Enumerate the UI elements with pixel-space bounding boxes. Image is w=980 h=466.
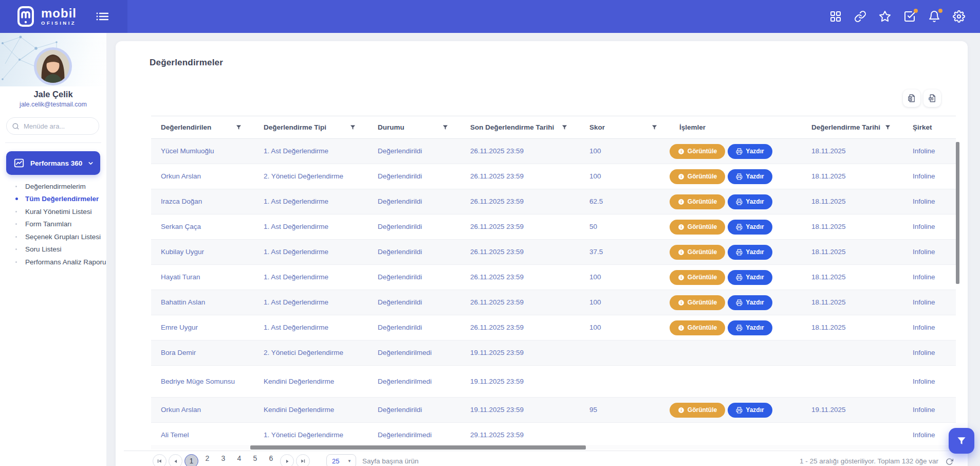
last-evaluation-date: 19.11.2025 23:59 — [460, 348, 580, 358]
page-title: Değerlendirmeler — [150, 58, 223, 68]
company: Infoline — [903, 171, 956, 182]
sidebar-group-performans-360[interactable]: Performans 360 — [6, 151, 100, 175]
status: Değerlendirildi — [368, 297, 460, 308]
sidebar-item[interactable]: Tüm Değerlendirmeler — [0, 193, 106, 206]
sidebar-item[interactable]: Seçenek Grupları Listesi — [0, 230, 106, 243]
score: 100 — [580, 322, 670, 333]
sidebar-item[interactable]: Soru Listesi — [0, 243, 106, 256]
view-button[interactable]: Görüntüle — [670, 144, 725, 159]
view-button-label: Görüntüle — [688, 148, 717, 155]
last-evaluation-date: 26.11.2025 23:59 — [460, 196, 580, 207]
filter-icon[interactable] — [442, 124, 448, 130]
search-input[interactable] — [24, 122, 90, 130]
page-number[interactable]: 4 — [232, 454, 246, 466]
page-number[interactable]: 1 — [184, 454, 198, 466]
logo-block: mobil ofisiniz — [0, 0, 127, 33]
page-number[interactable]: 3 — [216, 454, 230, 466]
last-evaluation-date: 26.11.2025 23:59 — [460, 247, 580, 257]
company: Infoline — [903, 196, 956, 207]
sidebar-item-label: Değerlendirmelerim — [25, 183, 86, 190]
view-button[interactable]: Görüntüle — [670, 403, 725, 418]
view-button[interactable]: Görüntüle — [670, 320, 725, 335]
filter-icon[interactable] — [562, 124, 567, 130]
group-label: Performans 360 — [30, 159, 82, 167]
sidebar-item-label: Performans Analiz Raporu — [25, 258, 106, 266]
print-button[interactable]: Yazdır — [728, 169, 772, 184]
settings-gear-icon[interactable] — [952, 10, 966, 23]
avatar[interactable] — [34, 47, 72, 85]
page-number[interactable]: 2 — [200, 454, 214, 466]
filter-icon[interactable] — [652, 124, 657, 130]
print-button[interactable]: Yazdır — [728, 144, 772, 159]
table-row: Serkan Çaça1. Ast DeğerlendirmeDeğerlend… — [151, 214, 956, 240]
view-button[interactable]: Görüntüle — [670, 220, 725, 235]
vertical-scrollbar[interactable] — [956, 142, 959, 284]
filter-icon[interactable] — [885, 124, 891, 130]
horizontal-scrollbar[interactable] — [250, 445, 586, 450]
print-button-label: Yazdır — [746, 274, 764, 281]
notifications-bell-icon[interactable] — [928, 10, 941, 23]
evaluation-date: 18.11.2025 — [802, 322, 903, 333]
star-icon[interactable] — [878, 10, 892, 23]
score: 100 — [580, 272, 670, 282]
column-header: Skor — [580, 116, 670, 138]
sidebar-item[interactable]: Kural Yönetimi Listesi — [0, 205, 106, 218]
evaluated-person: Orkun Arslan — [151, 405, 254, 415]
sidebar-item-label: Kural Yönetimi Listesi — [25, 208, 92, 216]
print-button[interactable]: Yazdır — [728, 220, 772, 235]
pdf-export-button[interactable]: PDF — [923, 89, 941, 107]
table-row: Bora Demir2. Yönetici DeğerlendirmeDeğer… — [151, 340, 956, 366]
link-icon[interactable] — [854, 10, 867, 23]
print-button[interactable]: Yazdır — [728, 295, 772, 310]
sidebar-item[interactable]: Performans Analiz Raporu — [0, 256, 106, 268]
print-button[interactable]: Yazdır — [728, 194, 772, 209]
tasks-check-icon[interactable] — [903, 10, 916, 23]
view-button[interactable]: Görüntüle — [670, 295, 725, 310]
print-button[interactable]: Yazdır — [728, 320, 772, 335]
view-button[interactable]: Görüntüle — [670, 169, 725, 184]
last-page-button[interactable] — [296, 454, 310, 466]
excel-file-icon — [907, 94, 916, 103]
evaluated-person: Irazca Doğan — [151, 196, 254, 207]
menu-search[interactable] — [6, 117, 99, 135]
refresh-icon[interactable] — [946, 458, 953, 465]
status: Değerlendirildi — [368, 405, 460, 415]
actions-cell: GörüntüleYazdır — [670, 169, 802, 184]
apps-grid-icon[interactable] — [829, 10, 842, 23]
print-button[interactable]: Yazdır — [728, 270, 772, 285]
evaluated-person: Bedriye Müge Somunsu — [151, 377, 254, 387]
page-size-label: Sayfa başına ürün — [362, 457, 419, 465]
actions-cell: GörüntüleYazdır — [670, 270, 802, 285]
hamburger-menu-icon[interactable] — [96, 10, 109, 23]
next-page-button[interactable] — [280, 454, 294, 466]
previous-page-button[interactable] — [169, 454, 182, 466]
table-row: Kubilay Uygur1. Ast DeğerlendirmeDeğerle… — [151, 240, 956, 265]
table-row: Hayati Turan1. Ast DeğerlendirmeDeğerlen… — [151, 265, 956, 290]
first-page-button[interactable] — [153, 454, 167, 466]
company: Infoline — [903, 322, 956, 333]
print-button[interactable]: Yazdır — [728, 403, 772, 418]
print-button[interactable]: Yazdır — [728, 245, 772, 260]
sidebar: Jale Çelik jale.celik@testmail.com Perfo… — [0, 33, 106, 466]
page-number[interactable]: 6 — [264, 454, 278, 466]
printer-icon — [736, 325, 743, 331]
filter-icon[interactable] — [350, 124, 356, 130]
view-button[interactable]: Görüntüle — [670, 194, 725, 209]
filter-fab-button[interactable] — [949, 428, 974, 454]
sidebar-item[interactable]: Değerlendirmelerim — [0, 180, 106, 193]
printer-icon — [736, 148, 743, 155]
svg-text:PDF: PDF — [929, 98, 934, 100]
excel-export-button[interactable] — [903, 89, 920, 107]
pagination-bar: 123456 25 ▼ Sayfa başına ürün 1 - 25 ara… — [124, 451, 959, 466]
view-button[interactable]: Görüntüle — [670, 270, 725, 285]
company: Infoline — [903, 272, 956, 282]
page-number[interactable]: 5 — [248, 454, 262, 466]
evaluation-type: Kendini Değerlendirme — [254, 405, 368, 415]
page-size-select[interactable]: 25 ▼ — [326, 454, 356, 466]
evaluation-date: 19.11.2025 — [802, 405, 903, 415]
table-body: Yücel Mumluoğlu1. Ast DeğerlendirmeDeğer… — [151, 139, 956, 448]
view-button[interactable]: Görüntüle — [670, 245, 725, 260]
filter-icon[interactable] — [236, 124, 242, 130]
sidebar-item[interactable]: Form Tanımları — [0, 218, 106, 231]
column-header-label: Durumu — [378, 123, 404, 131]
